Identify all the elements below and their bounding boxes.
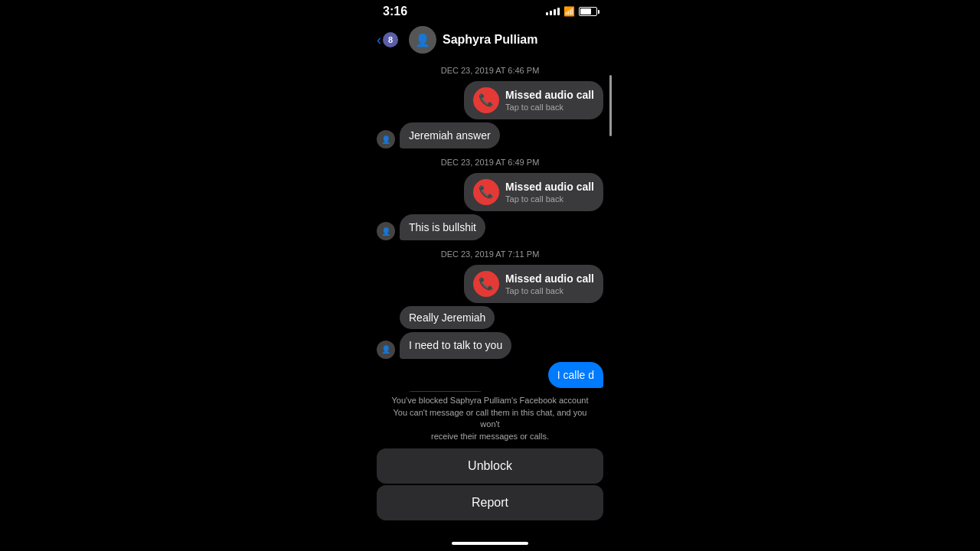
incoming-bubble: Really Jeremiah bbox=[400, 306, 495, 329]
phone-icon: 📞 bbox=[479, 276, 494, 292]
phone-frame: 3:16 📶 ‹ 8 👤 Saphyra Pulliam bbox=[368, 0, 612, 551]
phone-icon: 📞 bbox=[479, 93, 494, 109]
message-row: 👤 Jeremiah answer bbox=[377, 122, 603, 148]
missed-call-title-2: Missed audio call bbox=[505, 180, 594, 194]
report-button[interactable]: Report bbox=[377, 485, 603, 520]
message-row: Really Jeremiah bbox=[400, 306, 603, 329]
missed-call-subtitle: Tap to call back bbox=[505, 102, 594, 112]
missed-call-title: Missed audio call bbox=[505, 88, 594, 102]
missed-call-bubble-1[interactable]: 📞 Missed audio call Tap to call back bbox=[464, 81, 603, 119]
avatar-sm: 👤 bbox=[377, 341, 395, 359]
avatar-sm: 👤 bbox=[377, 222, 395, 240]
back-button[interactable]: ‹ 8 bbox=[377, 32, 398, 48]
missed-call-subtitle-2: Tap to call back bbox=[505, 194, 594, 204]
message-row: 📞 Missed audio call Tap to call back bbox=[377, 81, 603, 119]
incoming-bubble: I tried to answe bbox=[400, 391, 491, 393]
signal-icon bbox=[546, 8, 560, 15]
avatar-icon: 👤 bbox=[415, 33, 430, 47]
scrollbar[interactable] bbox=[609, 60, 612, 392]
call-icon-1: 📞 bbox=[473, 87, 499, 113]
blocked-notice-line2: You can't message or call them in this c… bbox=[393, 408, 586, 429]
scrollbar-thumb bbox=[609, 75, 612, 136]
timestamp-1: DEC 23, 2019 AT 6:46 PM bbox=[377, 66, 603, 75]
incoming-bubble: Jeremiah answer bbox=[400, 122, 500, 148]
blocked-notice-line1: You've blocked Saphyra Pulliam's Faceboo… bbox=[392, 396, 589, 405]
message-row: 👤 I tried to answe ↓ bbox=[377, 391, 603, 393]
incoming-bubble: This is bullshit bbox=[400, 214, 485, 240]
wifi-icon: 📶 bbox=[564, 6, 575, 17]
timestamp-3: DEC 23, 2019 AT 7:11 PM bbox=[377, 249, 603, 259]
status-bar: 3:16 📶 bbox=[368, 0, 612, 21]
time: 3:16 bbox=[383, 5, 407, 18]
blocked-notice: You've blocked Saphyra Pulliam's Faceboo… bbox=[368, 392, 612, 448]
contact-name[interactable]: Saphyra Pulliam bbox=[443, 33, 538, 47]
outgoing-bubble: I calle d bbox=[548, 362, 603, 388]
unblock-button[interactable]: Unblock bbox=[377, 448, 603, 484]
missed-call-title-3: Missed audio call bbox=[505, 272, 594, 285]
avatar: 👤 bbox=[409, 26, 436, 54]
call-icon-2: 📞 bbox=[473, 179, 499, 205]
missed-call-subtitle-3: Tap to call back bbox=[505, 285, 594, 296]
chat-header: ‹ 8 👤 Saphyra Pulliam bbox=[368, 21, 612, 60]
message-row: 👤 This is bullshit bbox=[377, 214, 603, 240]
back-chevron-icon: ‹ bbox=[377, 32, 381, 48]
incoming-bubble: I need to talk to you bbox=[400, 332, 511, 358]
home-indicator bbox=[368, 530, 612, 551]
notification-badge: 8 bbox=[383, 32, 398, 47]
blocked-notice-line3: receive their messages or calls. bbox=[431, 432, 549, 441]
missed-call-bubble-3[interactable]: 📞 Missed audio call Tap to call back bbox=[464, 265, 603, 303]
missed-call-bubble-2[interactable]: 📞 Missed audio call Tap to call back bbox=[464, 173, 603, 211]
chat-scroll-area[interactable]: DEC 23, 2019 AT 6:46 PM 📞 Missed audio c… bbox=[368, 60, 612, 392]
battery-icon bbox=[579, 7, 597, 16]
home-bar bbox=[452, 542, 528, 545]
message-row: I calle d bbox=[377, 362, 603, 388]
message-row: 📞 Missed audio call Tap to call back bbox=[377, 265, 603, 303]
timestamp-2: DEC 23, 2019 AT 6:49 PM bbox=[377, 158, 603, 167]
phone-icon: 📞 bbox=[479, 184, 494, 201]
message-row: 📞 Missed audio call Tap to call back bbox=[377, 173, 603, 211]
message-row: 👤 I need to talk to you bbox=[377, 332, 603, 358]
call-icon-3: 📞 bbox=[473, 271, 499, 297]
status-icons: 📶 bbox=[546, 6, 597, 17]
action-buttons: Unblock Report bbox=[368, 448, 612, 530]
message-list: DEC 23, 2019 AT 6:46 PM 📞 Missed audio c… bbox=[368, 60, 612, 392]
avatar-sm: 👤 bbox=[377, 130, 395, 148]
